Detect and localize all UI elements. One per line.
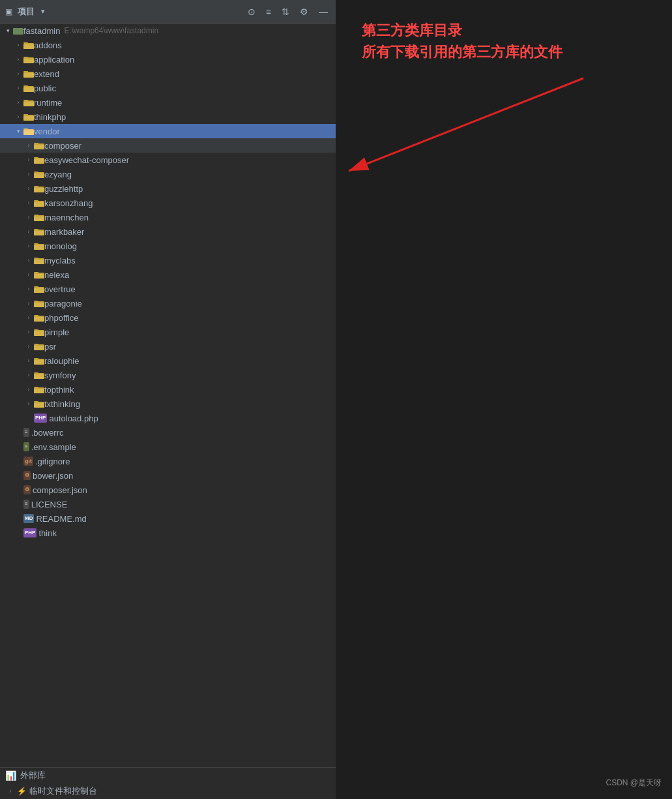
item-label: markbaker bbox=[44, 227, 84, 237]
expand-icon-karsonzhang: › bbox=[23, 198, 34, 208]
tree-item-monolog[interactable]: › monolog bbox=[0, 239, 336, 253]
svg-rect-29 bbox=[34, 159, 44, 164]
tree-item-karsonzhang[interactable]: › karsonzhang bbox=[0, 196, 336, 210]
tree-item-topthink[interactable]: › topthink bbox=[0, 382, 336, 397]
expand-icon-ezyang: › bbox=[23, 169, 34, 179]
item-label: composer.json bbox=[33, 485, 87, 495]
item-label: .bowerrc bbox=[31, 428, 64, 438]
item-label: public bbox=[34, 83, 56, 93]
item-label: topthink bbox=[44, 385, 74, 395]
tree-item-bowerrc[interactable]: › ≡ .bowerrc bbox=[0, 425, 336, 440]
toolbar-icon-minimize[interactable]: — bbox=[316, 5, 330, 18]
expand-icon-ralouphie: › bbox=[23, 355, 34, 366]
item-label: runtime bbox=[34, 98, 62, 108]
svg-rect-62 bbox=[34, 317, 44, 322]
php-badge: PHP bbox=[34, 414, 47, 423]
tree-item-think[interactable]: › PHP think bbox=[0, 526, 336, 540]
toolbar-icon-gear[interactable]: ⚙ bbox=[297, 5, 311, 18]
tree-item-addons[interactable]: › addons bbox=[0, 38, 336, 52]
item-label: maennchen bbox=[44, 213, 89, 222]
toolbar-icon-settings[interactable]: ⊙ bbox=[245, 5, 258, 18]
tree-item-markbaker[interactable]: › markbaker bbox=[0, 224, 336, 239]
expand-icon-composer: › bbox=[23, 140, 34, 151]
tree-item-runtime[interactable]: › runtime bbox=[0, 95, 336, 110]
temp-files-label: 临时文件和控制台 bbox=[29, 785, 97, 797]
tree-item-maennchen[interactable]: › maennchen bbox=[0, 210, 336, 224]
item-label: ezyang bbox=[44, 170, 72, 179]
expand-icon-psr: › bbox=[23, 341, 34, 352]
tree-item-autoload-php[interactable]: › PHP autoload.php bbox=[0, 411, 336, 425]
item-label: psr bbox=[44, 342, 56, 352]
expand-icon-easywechat: › bbox=[23, 155, 34, 165]
bar-chart-icon: 📊 bbox=[5, 770, 16, 781]
tree-item-psr[interactable]: › psr bbox=[0, 339, 336, 354]
tree-item-application[interactable]: › application bbox=[0, 52, 336, 67]
toolbar-dropdown-arrow[interactable]: ▾ bbox=[41, 7, 45, 16]
tree-item-bower-json[interactable]: › ⚙ bower.json bbox=[0, 468, 336, 483]
tree-item-phpoffice[interactable]: › phpoffice bbox=[0, 310, 336, 325]
tree-item-overtrue[interactable]: › overtrue bbox=[0, 282, 336, 296]
folder-icon-nelexa bbox=[34, 270, 44, 279]
expand-icon-symfony: › bbox=[23, 370, 34, 380]
temp-files-item[interactable]: › ⚡ 临时文件和控制台 bbox=[0, 783, 336, 799]
expand-icon-guzzlehttp: › bbox=[23, 183, 34, 194]
folder-icon-ralouphie bbox=[34, 356, 44, 365]
svg-rect-47 bbox=[34, 245, 44, 250]
tree-item-nelexa[interactable]: › nelexa bbox=[0, 267, 336, 282]
tree-item-vendor[interactable]: ▾ vendor bbox=[0, 124, 336, 138]
tree-item-easywechat-composer[interactable]: › easywechat-composer bbox=[0, 153, 336, 167]
tree-item-public[interactable]: › public bbox=[0, 81, 336, 95]
item-label: monolog bbox=[44, 241, 77, 251]
item-label: thinkphp bbox=[34, 112, 66, 122]
folder-icon-composer bbox=[34, 141, 44, 150]
tree-item-extend[interactable]: › extend bbox=[0, 67, 336, 81]
item-label: extend bbox=[34, 69, 59, 79]
tree-item-guzzlehttp[interactable]: › guzzlehttp bbox=[0, 181, 336, 196]
tree-item-symfony[interactable]: › symfony bbox=[0, 368, 336, 382]
annotation-arrow bbox=[336, 0, 672, 799]
expand-icon-phpoffice: › bbox=[23, 312, 34, 323]
svg-rect-8 bbox=[23, 59, 34, 63]
item-label: vendor bbox=[34, 127, 60, 136]
expand-icon-runtime: › bbox=[13, 97, 23, 108]
folder-icon-paragonie bbox=[34, 299, 44, 308]
tree-item-thinkphp[interactable]: › thinkphp bbox=[0, 110, 336, 124]
expand-icon-markbaker: › bbox=[23, 226, 34, 237]
tree-item-txthinking[interactable]: › txthinking bbox=[0, 397, 336, 411]
tree-item-ralouphie[interactable]: › ralouphie bbox=[0, 354, 336, 368]
git-badge: git bbox=[23, 457, 33, 466]
toolbar-icon-list[interactable]: ≡ bbox=[263, 5, 274, 18]
tree-item-pimple[interactable]: › pimple bbox=[0, 325, 336, 339]
file-tree-panel: ▣ 项目 ▾ ⊙ ≡ ⇅ ⚙ — ▾ fastadmin E:\wamp64\w… bbox=[0, 0, 336, 799]
tree-root[interactable]: ▾ fastadmin E:\wamp64\www\fastadmin bbox=[0, 23, 336, 38]
folder-icon-application bbox=[23, 55, 34, 64]
tree-item-gitignore[interactable]: › git .gitignore bbox=[0, 454, 336, 468]
toolbar-icon-collapse[interactable]: ⇅ bbox=[279, 5, 292, 18]
tree-item-ezyang[interactable]: › ezyang bbox=[0, 167, 336, 181]
folder-icon-psr bbox=[34, 342, 44, 351]
text-badge: ≡ bbox=[23, 428, 29, 437]
folder-icon-phpoffice bbox=[34, 313, 44, 322]
tree-item-paragonie[interactable]: › paragonie bbox=[0, 296, 336, 310]
tree-item-composer[interactable]: › composer bbox=[0, 138, 336, 153]
item-label: think bbox=[38, 528, 56, 538]
folder-icon-symfony bbox=[34, 370, 44, 380]
tree-item-composer-json[interactable]: › ⚙ composer.json bbox=[0, 483, 336, 497]
folder-icon-overtrue bbox=[34, 284, 44, 294]
tree-item-myclabs[interactable]: › myclabs bbox=[0, 253, 336, 267]
tree-item-readme[interactable]: › MD README.md bbox=[0, 511, 336, 526]
external-libs-item[interactable]: 📊 外部库 bbox=[0, 768, 336, 783]
folder-icon-runtime bbox=[23, 98, 34, 107]
tree-item-license[interactable]: › ≡ LICENSE bbox=[0, 497, 336, 511]
item-label: ralouphie bbox=[44, 356, 80, 366]
annotation-text: 第三方类库目录 所有下载引用的第三方库的文件 bbox=[362, 20, 562, 63]
item-label: overtrue bbox=[44, 284, 76, 294]
tree-item-env-sample[interactable]: › ≡ .env.sample bbox=[0, 440, 336, 454]
bottom-section: 📊 外部库 › ⚡ 临时文件和控制台 bbox=[0, 767, 336, 799]
item-label: phpoffice bbox=[44, 313, 79, 323]
item-label: karsonzhang bbox=[44, 198, 93, 208]
folder-icon-addons bbox=[23, 40, 34, 50]
folder-icon-guzzlehttp bbox=[34, 184, 44, 193]
folder-icon-easywechat bbox=[34, 155, 44, 164]
expand-icon-txthinking: › bbox=[23, 399, 34, 409]
